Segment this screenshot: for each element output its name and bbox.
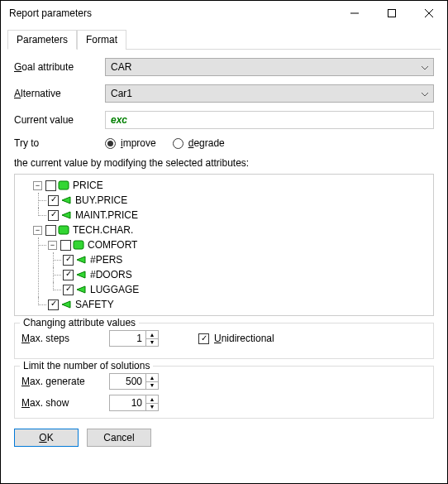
tab-format[interactable]: Format (77, 30, 126, 50)
label-max-generate: Max. generate (21, 376, 98, 387)
svg-marker-5 (62, 197, 70, 204)
triangle-icon (60, 210, 72, 220)
tree-node-label: PRICE (71, 178, 103, 193)
label-unidirectional: Unidirectional (214, 333, 274, 344)
spinner-down-icon[interactable]: ▼ (146, 382, 158, 390)
radio-degrade-label: degrade (188, 137, 225, 149)
tree-checkbox[interactable] (48, 210, 59, 221)
close-button[interactable] (410, 2, 447, 26)
checkbox-unidirectional[interactable]: Unidirectional (198, 333, 274, 344)
svg-marker-12 (62, 301, 70, 308)
cancel-button[interactable]: Cancel (87, 429, 151, 447)
spinner-down-icon[interactable]: ▼ (146, 404, 158, 411)
triangle-icon (60, 195, 72, 205)
svg-marker-10 (77, 271, 85, 278)
tree-node-label: TECH.CHAR. (71, 223, 133, 237)
tree-checkbox[interactable] (45, 180, 56, 191)
label-current-value: Current value (14, 114, 105, 126)
fieldset-changing: Changing attribute values Max. steps 1 ▲… (14, 323, 434, 359)
box-icon (58, 180, 69, 190)
tree-node-label: #DOORS (88, 267, 132, 282)
label-alternative: Alternative (14, 88, 105, 99)
label-try-to: Try to (14, 137, 105, 149)
tab-panel-parameters: Goal attribute CAR Alternative Car1 Curr… (7, 49, 441, 462)
svg-rect-8 (74, 241, 83, 249)
expander-icon[interactable]: − (33, 226, 42, 235)
tree-node-label: SAFETY (74, 297, 114, 312)
select-goal-attribute[interactable]: CAR (105, 58, 434, 76)
svg-rect-7 (59, 226, 69, 234)
tab-strip: Parameters Format (7, 29, 441, 49)
box-icon (58, 225, 69, 235)
row-current-value: Current value exc (7, 111, 441, 129)
legend-limit: Limit the number of solutions (20, 360, 153, 371)
fieldset-limit: Limit the number of solutions Max. gener… (14, 366, 434, 419)
row-try-to: Try to improve degrade (7, 137, 441, 149)
expander-icon[interactable]: − (33, 181, 42, 190)
spinner-max-steps[interactable]: 1 ▲▼ (109, 330, 159, 347)
row-goal-attribute: Goal attribute CAR (7, 58, 441, 76)
svg-rect-4 (59, 181, 69, 189)
window-title: Report parameters (9, 7, 336, 19)
tree-node-label: BUY.PRICE (74, 193, 127, 208)
maximize-button[interactable] (373, 2, 410, 26)
triangle-icon (75, 285, 87, 295)
legend-changing: Changing attribute values (20, 317, 139, 328)
button-row: OK Cancel (14, 429, 434, 447)
attribute-tree[interactable]: − PRICE BUY.PRICE (14, 174, 434, 316)
spinner-max-generate[interactable]: 500 ▲▼ (109, 373, 159, 390)
tree-checkbox[interactable] (48, 195, 59, 206)
chevron-down-icon (422, 61, 428, 73)
radio-improve-label: improve (121, 137, 156, 149)
triangle-icon (75, 255, 87, 265)
triangle-icon (75, 270, 87, 280)
svg-rect-1 (388, 10, 395, 17)
spinner-up-icon[interactable]: ▲ (146, 395, 158, 404)
tree-checkbox[interactable] (63, 270, 74, 280)
tab-parameters[interactable]: Parameters (7, 30, 77, 50)
tree-checkbox[interactable] (60, 240, 71, 251)
tree-checkbox[interactable] (45, 225, 56, 236)
spinner-up-icon[interactable]: ▲ (146, 331, 158, 339)
svg-marker-9 (77, 256, 85, 263)
row-alternative: Alternative Car1 (7, 84, 441, 103)
box-icon (73, 240, 84, 250)
expander-icon[interactable]: − (48, 241, 57, 250)
tree-node-label: MAINT.PRICE (74, 208, 138, 223)
triangle-icon (60, 300, 72, 309)
spinner-down-icon[interactable]: ▼ (146, 339, 158, 347)
radio-group-try-to: improve degrade (105, 137, 225, 149)
tree-checkbox[interactable] (48, 300, 59, 310)
label-goal-attribute: Goal attribute (14, 61, 105, 73)
tree-node-label: #PERS (88, 252, 122, 267)
radio-degrade[interactable]: degrade (173, 137, 225, 149)
tree-node-label: LUGGAGE (88, 282, 139, 297)
tree-checkbox[interactable] (63, 285, 74, 295)
minimize-button[interactable] (336, 2, 373, 26)
select-alternative[interactable]: Car1 (105, 84, 434, 103)
select-alternative-value: Car1 (111, 88, 132, 99)
chevron-down-icon (422, 88, 428, 99)
tree-node-label: COMFORT (86, 237, 137, 252)
ok-button[interactable]: OK (14, 429, 79, 447)
label-max-steps: Max. steps (21, 333, 98, 344)
description-text: the current value by modifying the selec… (7, 157, 441, 174)
select-goal-value: CAR (111, 61, 131, 73)
radio-improve[interactable]: improve (105, 137, 156, 149)
tree-checkbox[interactable] (63, 255, 74, 266)
label-max-show: Max. show (21, 397, 98, 409)
spinner-max-show[interactable]: 10 ▲▼ (109, 395, 159, 411)
svg-marker-11 (77, 286, 85, 293)
spinner-up-icon[interactable]: ▲ (146, 374, 158, 382)
titlebar: Report parameters (1, 1, 447, 26)
svg-marker-6 (62, 212, 70, 218)
input-current-value[interactable]: exc (105, 111, 434, 129)
